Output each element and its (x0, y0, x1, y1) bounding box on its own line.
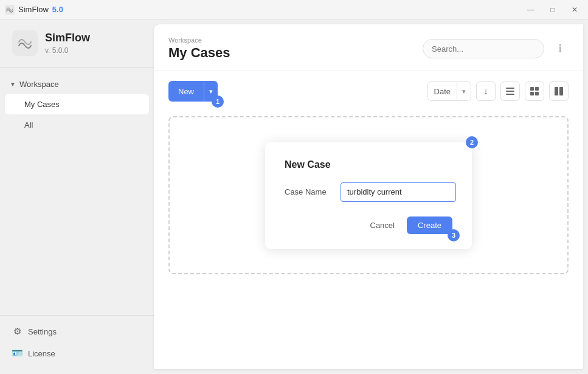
svg-rect-7 (535, 92, 539, 95)
dialog-title: New Case (285, 159, 452, 170)
list-view-icon (506, 87, 514, 95)
logo-icon (12, 30, 38, 56)
sort-select-group: Date ▾ (427, 81, 471, 101)
content-area: New Case Case Name 2 Cancel Create 3 (154, 109, 583, 369)
dialog-actions: Cancel Create 3 (285, 216, 452, 234)
header-title-group: Workspace My Cases (168, 36, 230, 61)
titlebar-left: SimFlow 5.0 (5, 5, 63, 15)
settings-item[interactable]: ⚙ Settings (0, 320, 154, 342)
license-label: License (28, 349, 55, 358)
app-name: SimFlow (18, 5, 49, 14)
close-button[interactable]: ✕ (566, 3, 583, 16)
maximize-button[interactable]: □ (544, 3, 561, 16)
sidebar-bottom: ⚙ Settings 🪪 License (0, 315, 154, 374)
cancel-button[interactable]: Cancel (365, 217, 399, 234)
license-item[interactable]: 🪪 License (0, 342, 154, 364)
chevron-down-icon: ▼ (10, 81, 16, 88)
step-badge-1: 1 (212, 95, 224, 108)
form-row: Case Name (285, 182, 452, 202)
svg-rect-8 (555, 87, 558, 95)
grid-view-button[interactable] (525, 81, 544, 101)
svg-rect-2 (506, 91, 514, 92)
new-button[interactable]: New (168, 81, 204, 102)
main-content: Workspace My Cases ℹ New ▾ 1 Date ▾ ↓ (154, 24, 583, 369)
step-badge-2: 2 (466, 136, 478, 148)
sidebar-nav: ▼ Workspace My Cases All (0, 68, 154, 143)
app-logo-icon (5, 5, 15, 15)
all-label: All (24, 120, 33, 130)
panel-view-icon (555, 87, 563, 95)
svg-rect-3 (506, 94, 514, 95)
list-view-button[interactable] (500, 81, 520, 101)
sidebar-item-my-cases[interactable]: My Cases (5, 94, 149, 114)
case-name-input[interactable] (341, 182, 456, 202)
svg-rect-5 (535, 87, 539, 91)
brand-name: SimFlow (45, 32, 90, 44)
simflow-logo-svg (16, 35, 33, 52)
license-icon: 🪪 (12, 348, 22, 358)
grid-view-icon (530, 87, 539, 95)
app-version: 5.0 (52, 5, 63, 14)
sidebar-workspace-header[interactable]: ▼ Workspace (0, 75, 154, 94)
titlebar: SimFlow 5.0 — □ ✕ (0, 0, 588, 19)
svg-rect-4 (530, 87, 534, 91)
settings-label: Settings (28, 327, 57, 336)
my-cases-label: My Cases (24, 100, 60, 109)
gear-icon: ⚙ (12, 327, 22, 336)
logo-text: SimFlow v. 5.0.0 (45, 32, 90, 55)
window-controls: — □ ✕ (522, 3, 583, 16)
minimize-button[interactable]: — (522, 3, 539, 16)
toolbar: New ▾ 1 Date ▾ ↓ (154, 71, 583, 109)
sidebar: SimFlow v. 5.0.0 ▼ Workspace My Cases Al… (0, 19, 154, 374)
sidebar-logo-section: SimFlow v. 5.0.0 (0, 19, 154, 68)
breadcrumb: Workspace (168, 36, 230, 44)
case-name-label: Case Name (285, 187, 333, 196)
toolbar-right: Date ▾ ↓ (427, 81, 569, 101)
content-header: Workspace My Cases ℹ (154, 24, 583, 71)
svg-rect-1 (506, 88, 514, 89)
svg-rect-6 (530, 92, 534, 95)
panel-view-button[interactable] (549, 81, 569, 101)
new-case-dialog: New Case Case Name 2 Cancel Create 3 (265, 142, 472, 249)
sidebar-item-all[interactable]: All (5, 115, 149, 135)
cases-container: New Case Case Name 2 Cancel Create 3 (168, 116, 569, 274)
create-button[interactable]: Create (407, 216, 452, 234)
step-badge-3: 3 (448, 229, 460, 241)
page-title: My Cases (168, 45, 230, 61)
sort-chevron-icon[interactable]: ▾ (457, 82, 471, 100)
header-right: ℹ (423, 39, 569, 58)
new-button-group: New ▾ 1 (168, 81, 218, 102)
app-body: SimFlow v. 5.0.0 ▼ Workspace My Cases Al… (0, 19, 588, 374)
info-button[interactable]: ℹ (552, 40, 569, 57)
workspace-label: Workspace (19, 80, 59, 89)
sort-direction-button[interactable]: ↓ (476, 81, 496, 101)
sort-label: Date (428, 87, 457, 96)
search-input[interactable] (423, 39, 544, 58)
svg-rect-9 (559, 87, 563, 95)
brand-version: v. 5.0.0 (45, 46, 68, 55)
